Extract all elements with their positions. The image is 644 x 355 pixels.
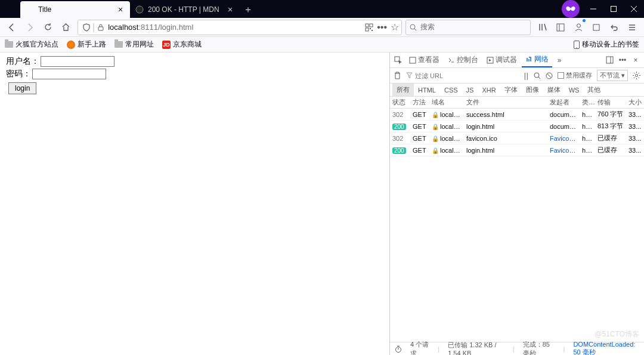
filter-font[interactable]: 字体 — [500, 84, 522, 96]
status-requests: 4 个请求 — [410, 340, 429, 356]
filter-media[interactable]: 媒体 — [543, 84, 565, 96]
tab-title: 200 OK - HTTP | MDN — [148, 5, 225, 14]
tab-favicon — [135, 5, 144, 14]
bookmark-star-icon[interactable]: ☆ — [391, 21, 399, 33]
network-filter-bar: 所有 HTML CSS JS XHR 字体 图像 媒体 WS 其他 — [390, 84, 644, 97]
tab-title: Title — [38, 5, 116, 14]
tab-network[interactable]: 网络 — [522, 53, 552, 67]
filter-xhr[interactable]: XHR — [478, 85, 500, 95]
settings-icon[interactable] — [633, 72, 640, 79]
tab-debugger[interactable]: 调试器 — [483, 53, 521, 67]
filter-box[interactable] — [406, 72, 469, 79]
svg-line-15 — [544, 24, 546, 30]
bookmark-item[interactable]: 常用网址 — [114, 39, 154, 50]
minimize-button[interactable] — [583, 0, 603, 18]
password-label: 密码： — [6, 69, 31, 79]
close-button[interactable] — [624, 0, 644, 18]
library-button[interactable] — [534, 19, 551, 36]
block-icon[interactable] — [546, 72, 553, 79]
svg-rect-28 — [606, 57, 613, 63]
svg-rect-7 — [370, 24, 373, 27]
qr-icon[interactable] — [365, 23, 373, 32]
account-button[interactable] — [570, 19, 587, 36]
lock-icon[interactable] — [95, 24, 107, 31]
password-input[interactable] — [32, 69, 106, 79]
browser-tab-active[interactable]: Title × — [20, 1, 130, 18]
svg-line-12 — [414, 29, 416, 30]
tracking-shield-icon[interactable] — [80, 23, 92, 32]
network-table: 状态 方法 域名 文件 发起者 类型 传输 大小 302GET🔒localh..… — [390, 97, 644, 342]
username-input[interactable] — [41, 56, 114, 67]
svg-point-24 — [576, 47, 577, 48]
sidebar-button[interactable] — [552, 19, 569, 36]
table-row[interactable]: 200GET🔒localh...login.htmldocumentht...8… — [390, 121, 644, 132]
page-actions-icon[interactable]: ••• — [377, 22, 387, 33]
bookmark-item[interactable]: JD京东商城 — [162, 39, 202, 50]
app-menu-button[interactable] — [624, 19, 640, 36]
extensions-button[interactable] — [588, 19, 605, 36]
bookmark-item[interactable]: 火狐官方站点 — [5, 39, 58, 50]
devtools-tabbar: 查看器 控制台 调试器 网络 » ••• × — [390, 53, 644, 68]
network-statusbar: 4 个请求 | 已传输 1.32 KB / 1.54 KB | 完成：85 毫秒… — [390, 342, 644, 355]
trash-icon[interactable] — [394, 72, 401, 79]
svg-rect-16 — [557, 24, 564, 31]
tab-close-icon[interactable]: × — [116, 5, 125, 14]
undo-close-button[interactable] — [606, 19, 623, 36]
bookmark-item[interactable]: 新手上路 — [67, 39, 106, 50]
home-button[interactable] — [57, 19, 74, 36]
timer-icon — [395, 345, 402, 353]
forward-button[interactable] — [21, 19, 38, 36]
login-button[interactable]: login — [8, 82, 36, 94]
firefox-icon — [67, 41, 75, 49]
nav-toolbar: | localhost:8111/login.html ••• ☆ 搜索 — [0, 18, 644, 37]
window-controls — [562, 0, 644, 18]
tab-favicon — [25, 5, 35, 14]
maximize-button[interactable] — [603, 0, 624, 18]
tab-console[interactable]: 控制台 — [444, 53, 482, 67]
filter-html[interactable]: HTML — [414, 85, 440, 95]
search-icon — [410, 24, 417, 31]
more-icon[interactable]: ••• — [617, 56, 628, 64]
funnel-icon — [406, 72, 413, 79]
svg-line-33 — [547, 73, 551, 78]
pick-element-icon[interactable] — [392, 56, 404, 64]
back-button[interactable] — [4, 19, 20, 36]
filter-css[interactable]: CSS — [440, 85, 462, 95]
svg-line-31 — [538, 77, 540, 79]
filter-img[interactable]: 图像 — [522, 84, 543, 96]
pause-icon[interactable]: || — [524, 72, 529, 80]
svg-point-34 — [636, 75, 638, 77]
devtools-close-icon[interactable]: × — [630, 56, 642, 64]
browser-tab[interactable]: 200 OK - HTTP | MDN × — [130, 1, 240, 18]
new-tab-button[interactable]: ＋ — [240, 1, 256, 18]
disable-cache-checkbox[interactable]: 禁用缓存 — [558, 71, 592, 80]
status-domcontentloaded: DOMContentLoaded: 50 毫秒 — [573, 341, 639, 355]
url-bar[interactable]: | localhost:8111/login.html ••• ☆ — [78, 20, 402, 35]
table-row[interactable]: 302GET🔒localh...success.htmldocumentht..… — [390, 109, 644, 121]
tab-inspector[interactable]: 查看器 — [405, 53, 443, 67]
reload-button[interactable] — [39, 19, 56, 36]
table-row[interactable]: 200GET🔒localh...login.htmlFaviconL...ht.… — [390, 144, 644, 156]
overflow-icon[interactable]: » — [553, 56, 565, 64]
window-titlebar: Title × 200 OK - HTTP | MDN × ＋ — [0, 0, 644, 18]
bookmarks-bar: 火狐官方站点 新手上路 常用网址 JD京东商城 移动设备上的书签 — [0, 37, 644, 53]
search-box[interactable]: 搜索 — [405, 20, 531, 35]
tab-close-icon[interactable]: × — [225, 5, 235, 14]
filter-ws[interactable]: WS — [565, 85, 584, 95]
svg-rect-2 — [611, 7, 617, 12]
filter-other[interactable]: 其他 — [583, 84, 605, 96]
dock-button[interactable] — [603, 56, 615, 64]
page-content: 用户名： 密码： login — [0, 53, 389, 355]
filter-input[interactable] — [415, 72, 469, 79]
bookmark-mobile[interactable]: 移动设备上的书签 — [574, 39, 639, 50]
jd-icon: JD — [162, 41, 171, 49]
svg-rect-10 — [371, 30, 373, 31]
table-row[interactable]: 302GET🔒localh...favicon.icoFaviconL...ht… — [390, 132, 644, 144]
filter-all[interactable]: 所有 — [392, 84, 414, 96]
search-icon[interactable] — [534, 72, 541, 79]
filter-js[interactable]: JS — [462, 85, 478, 95]
status-transferred: 已传输 1.32 KB / 1.54 KB — [448, 341, 504, 355]
svg-rect-5 — [98, 27, 103, 30]
throttle-select[interactable]: 不节流 ▾ — [597, 70, 628, 81]
svg-point-18 — [577, 24, 580, 27]
